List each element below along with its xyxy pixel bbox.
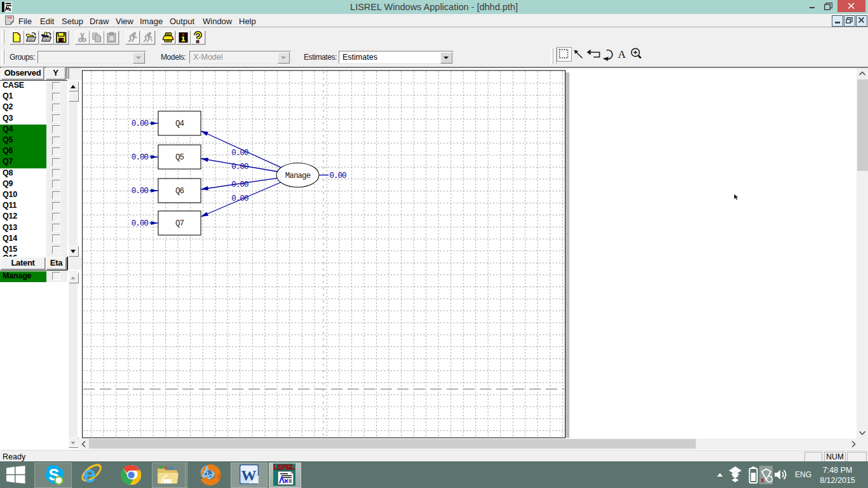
svg-text:x: x: [761, 476, 765, 483]
svg-text:0.00: 0.00: [231, 149, 248, 158]
svg-text:0.00: 0.00: [132, 187, 149, 196]
svg-text:0.00: 0.00: [132, 219, 149, 228]
svg-text:A: A: [618, 48, 627, 60]
svg-text:0.00: 0.00: [231, 180, 248, 189]
svg-text:Q7: Q7: [175, 219, 184, 228]
svg-text:0.00: 0.00: [132, 153, 149, 162]
svg-text:Q4: Q4: [175, 119, 184, 128]
svg-text:Q5: Q5: [175, 153, 184, 162]
svg-text:LISREL: LISREL: [274, 463, 295, 471]
svg-text:0.00: 0.00: [132, 119, 149, 128]
svg-text:0.00: 0.00: [329, 172, 346, 180]
svg-text:Manage: Manage: [285, 172, 311, 180]
svg-text:0.00: 0.00: [231, 163, 248, 172]
svg-text:Q6: Q6: [175, 187, 184, 196]
svg-text:0.00: 0.00: [231, 194, 248, 203]
